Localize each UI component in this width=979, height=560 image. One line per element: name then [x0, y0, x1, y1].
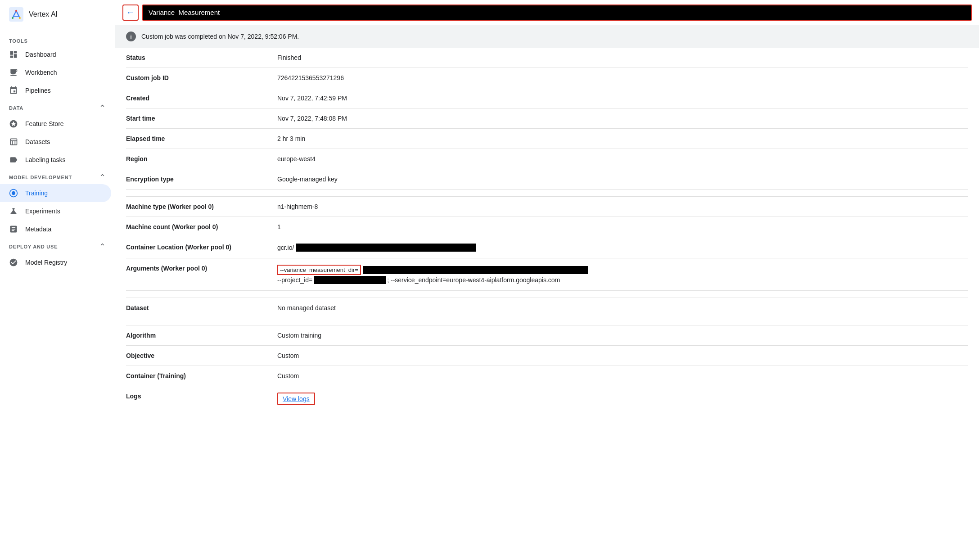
workbench-icon: [9, 68, 18, 77]
sidebar-item-datasets[interactable]: Datasets: [0, 133, 111, 151]
dataset-label: Dataset: [126, 304, 270, 312]
job-id-label: Custom job ID: [126, 74, 270, 81]
detail-row-algorithm: Algorithm Custom training: [126, 325, 968, 346]
gcr-redacted: [296, 244, 476, 252]
topbar: ← Variance_Measurement_: [115, 0, 979, 25]
sidebar-item-dashboard[interactable]: Dashboard: [0, 45, 111, 63]
section-divider-1: [126, 190, 968, 197]
sidebar-item-pipelines-label: Pipelines: [25, 87, 51, 94]
detail-row-container-location: Container Location (Worker pool 0) gcr.i…: [126, 237, 968, 258]
container-location-value: gcr.io/: [277, 244, 968, 252]
detail-row-region: Region europe-west4: [126, 149, 968, 169]
model-dev-section-label: MODEL DEVELOPMENT: [9, 175, 72, 180]
banner-message: Custom job was completed on Nov 7, 2022,…: [141, 33, 299, 40]
metadata-icon: [9, 225, 18, 234]
detail-row-machine-type: Machine type (Worker pool 0) n1-highmem-…: [126, 197, 968, 217]
detail-row-created: Created Nov 7, 2022, 7:42:59 PM: [126, 88, 968, 108]
page-title-bar: Variance_Measurement_: [142, 5, 972, 21]
project-id-prefix: --project_id=: [277, 276, 312, 284]
content-area: i Custom job was completed on Nov 7, 202…: [115, 25, 979, 560]
deploy-chevron-icon[interactable]: ⌃: [99, 242, 106, 252]
algorithm-label: Algorithm: [126, 332, 270, 339]
sidebar-item-feature-store[interactable]: Feature Store: [0, 115, 111, 133]
arg-line-1: --variance_measurement_dir=: [277, 265, 968, 275]
app-title: Vertex AI: [29, 10, 58, 18]
status-value: Finished: [277, 54, 968, 61]
elapsed-label: Elapsed time: [126, 135, 270, 142]
sidebar-item-datasets-label: Datasets: [25, 138, 50, 145]
details-table: Status Finished Custom job ID 7264221536…: [115, 48, 979, 411]
sidebar-item-experiments[interactable]: Experiments: [0, 202, 111, 220]
encryption-value: Google-managed key: [277, 176, 968, 183]
info-icon: i: [126, 32, 136, 41]
svg-rect-0: [9, 7, 23, 22]
sidebar-item-feature-store-label: Feature Store: [25, 120, 64, 127]
labeling-icon: [9, 155, 18, 164]
back-button[interactable]: ←: [122, 5, 139, 21]
logs-label: Logs: [126, 393, 270, 400]
model-dev-chevron-icon[interactable]: ⌃: [99, 172, 106, 182]
objective-label: Objective: [126, 352, 270, 359]
experiments-icon: [9, 207, 18, 216]
detail-row-arguments: Arguments (Worker pool 0) --variance_mea…: [126, 258, 968, 291]
detail-row-status: Status Finished: [126, 48, 968, 68]
created-label: Created: [126, 95, 270, 102]
view-logs-button[interactable]: View logs: [277, 393, 315, 405]
detail-row-machine-count: Machine count (Worker pool 0) 1: [126, 217, 968, 237]
dataset-value: No managed dataset: [277, 304, 968, 312]
logs-value: View logs: [277, 393, 968, 405]
sidebar-item-training-label: Training: [25, 190, 48, 197]
machine-count-label: Machine count (Worker pool 0): [126, 223, 270, 230]
datasets-icon: [9, 137, 18, 146]
sidebar-item-labeling-tasks[interactable]: Labeling tasks: [0, 151, 111, 169]
section-divider-2: [126, 291, 968, 298]
arg-highlighted-text: --variance_measurement_dir=: [277, 265, 361, 275]
sidebar-item-workbench[interactable]: Workbench: [0, 63, 111, 81]
sidebar-item-experiments-label: Experiments: [25, 208, 60, 215]
container-training-value: Custom: [277, 372, 968, 379]
svg-point-3: [19, 17, 21, 19]
sidebar-item-dashboard-label: Dashboard: [25, 51, 56, 58]
arg-line-1-redacted: [363, 266, 588, 274]
data-section-header: DATA ⌃: [0, 99, 115, 115]
start-time-value: Nov 7, 2022, 7:48:08 PM: [277, 115, 968, 122]
sidebar-item-workbench-label: Workbench: [25, 69, 57, 76]
deploy-section-label: DEPLOY AND USE: [9, 244, 58, 249]
arguments-value: --variance_measurement_dir= --project_id…: [277, 265, 968, 284]
vertex-ai-logo-icon: [9, 7, 23, 22]
algorithm-value: Custom training: [277, 332, 968, 339]
sidebar-item-training[interactable]: Training: [0, 184, 111, 202]
detail-row-elapsed: Elapsed time 2 hr 3 min: [126, 129, 968, 149]
dashboard-icon: [9, 50, 18, 59]
page-title: Variance_Measurement_: [149, 9, 223, 16]
pipelines-icon: [9, 86, 18, 95]
sidebar-item-metadata[interactable]: Metadata: [0, 220, 111, 238]
app-logo: Vertex AI: [0, 0, 115, 29]
gcr-prefix: gcr.io/: [277, 244, 294, 251]
svg-point-2: [12, 17, 14, 19]
container-training-label: Container (Training): [126, 372, 270, 379]
detail-row-logs: Logs View logs: [126, 386, 968, 411]
args-container: --variance_measurement_dir= --project_id…: [277, 265, 968, 284]
arg-line-2: --project_id=; --service_endpoint=europe…: [277, 276, 968, 284]
data-chevron-icon[interactable]: ⌃: [99, 103, 106, 113]
svg-point-5: [12, 191, 15, 195]
project-id-redacted: [314, 276, 386, 284]
info-banner: i Custom job was completed on Nov 7, 202…: [115, 25, 979, 48]
status-label: Status: [126, 54, 270, 61]
training-icon: [9, 189, 18, 198]
sidebar-item-pipelines[interactable]: Pipelines: [0, 81, 111, 99]
sidebar-item-model-registry[interactable]: Model Registry: [0, 253, 111, 271]
feature-store-icon: [9, 119, 18, 128]
detail-row-objective: Objective Custom: [126, 346, 968, 366]
sidebar-item-model-registry-label: Model Registry: [25, 259, 67, 266]
objective-value: Custom: [277, 352, 968, 359]
container-location-label: Container Location (Worker pool 0): [126, 244, 270, 251]
section-divider-3: [126, 318, 968, 325]
model-registry-icon: [9, 258, 18, 267]
created-value: Nov 7, 2022, 7:42:59 PM: [277, 95, 968, 102]
data-section-label: DATA: [9, 105, 23, 111]
machine-type-value: n1-highmem-8: [277, 203, 968, 210]
main-content: ← Variance_Measurement_ i Custom job was…: [115, 0, 979, 560]
detail-row-job-id: Custom job ID 7264221536553271296: [126, 68, 968, 88]
